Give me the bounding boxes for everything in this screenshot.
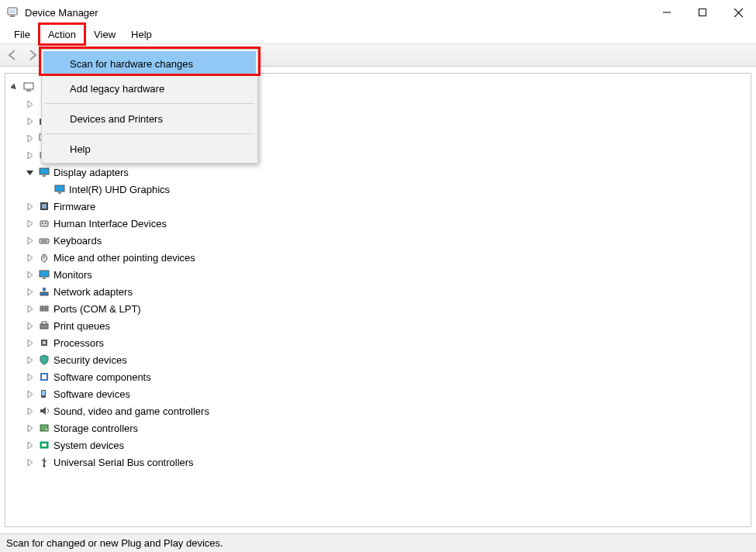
tree-category-firmware[interactable]: Firmware xyxy=(9,198,747,215)
tree-category-sysdev[interactable]: System devices xyxy=(9,436,747,454)
network-icon xyxy=(38,285,50,298)
device-manager-icon xyxy=(6,6,19,19)
status-text: Scan for changed or new Plug and Play de… xyxy=(6,537,223,549)
tree-label: Universal Serial Bus controllers xyxy=(54,457,194,468)
svg-rect-32 xyxy=(43,278,46,279)
tree-category-swdev[interactable]: Software devices xyxy=(9,385,747,402)
collapse-icon[interactable] xyxy=(9,81,19,92)
tree-category-ports[interactable]: Ports (COM & LPT) xyxy=(9,300,747,317)
tree-label: Keyboards xyxy=(54,235,102,247)
svg-point-38 xyxy=(45,308,47,309)
minimize-button[interactable] xyxy=(649,0,685,25)
tree-label: Firmware xyxy=(54,201,95,212)
forward-icon[interactable] xyxy=(23,46,42,64)
display-icon xyxy=(38,166,50,178)
tree-label: Processors xyxy=(54,337,104,349)
tree-label: Security devices xyxy=(54,354,127,366)
svg-point-37 xyxy=(42,308,43,309)
usb-icon xyxy=(38,456,50,468)
tree-category-keyboards[interactable]: Keyboards xyxy=(9,232,747,249)
maximize-button[interactable] xyxy=(685,0,720,25)
tree-category-network[interactable]: Network adapters xyxy=(9,283,747,300)
expand-icon[interactable] xyxy=(24,269,35,280)
expand-icon[interactable] xyxy=(24,150,35,160)
svg-rect-39 xyxy=(40,324,48,329)
menu-file[interactable]: File xyxy=(6,25,38,43)
menu-devices-printers[interactable]: Devices and Printers xyxy=(43,106,256,131)
sound-icon xyxy=(38,405,50,417)
svg-rect-44 xyxy=(42,374,47,379)
svg-rect-50 xyxy=(42,443,47,447)
display-icon xyxy=(54,183,66,195)
collapse-icon[interactable] xyxy=(24,167,35,178)
close-button[interactable] xyxy=(720,0,756,25)
svg-rect-10 xyxy=(26,90,31,91)
tree-category-swcomp[interactable]: Software components xyxy=(9,368,747,385)
tree-device-display_child[interactable]: Intel(R) UHD Graphics xyxy=(9,181,747,198)
printer-icon xyxy=(38,319,50,332)
tree-category-display[interactable]: Display adapters xyxy=(9,164,747,181)
tree-label: Monitors xyxy=(54,269,92,281)
tree-label: System devices xyxy=(54,440,124,451)
tree-label: Mice and other pointing devices xyxy=(54,252,195,264)
menu-help[interactable]: Help xyxy=(123,25,160,43)
svg-rect-34 xyxy=(43,288,46,291)
expand-icon[interactable] xyxy=(24,201,35,212)
svg-point-48 xyxy=(46,429,47,430)
menu-view[interactable]: View xyxy=(86,25,123,43)
expand-icon[interactable] xyxy=(24,286,35,297)
firmware-icon xyxy=(38,200,50,212)
svg-rect-36 xyxy=(40,306,48,311)
expand-icon[interactable] xyxy=(24,405,35,416)
window-title: Device Manager xyxy=(25,7,98,19)
sysdev-icon xyxy=(38,439,50,451)
expand-icon[interactable] xyxy=(24,320,35,331)
expand-icon[interactable] xyxy=(24,337,35,348)
expand-icon[interactable] xyxy=(24,98,35,109)
svg-rect-2 xyxy=(10,16,15,17)
tree-label: Network adapters xyxy=(54,286,133,298)
tree-label: Storage controllers xyxy=(54,423,138,434)
svg-rect-20 xyxy=(58,192,61,194)
svg-rect-46 xyxy=(42,391,45,395)
security-icon xyxy=(38,354,50,366)
tree-category-monitors[interactable]: Monitors xyxy=(9,266,747,283)
tree-category-mice[interactable]: Mice and other pointing devices xyxy=(9,249,747,266)
tree-category-security[interactable]: Security devices xyxy=(9,351,747,368)
expand-icon[interactable] xyxy=(24,303,35,314)
tree-category-storage[interactable]: Storage controllers xyxy=(9,419,747,436)
tree-category-processors[interactable]: Processors xyxy=(9,334,747,351)
expand-icon[interactable] xyxy=(24,440,35,450)
expand-icon[interactable] xyxy=(24,388,35,399)
hid-icon xyxy=(38,217,50,229)
tree-category-hid[interactable]: Human Interface Devices xyxy=(9,215,747,232)
expand-icon[interactable] xyxy=(24,218,35,229)
expand-icon[interactable] xyxy=(24,133,35,143)
expand-icon[interactable] xyxy=(24,457,35,467)
tree-label: Intel(R) UHD Graphics xyxy=(69,184,170,195)
monitor-icon xyxy=(38,268,50,281)
svg-point-25 xyxy=(45,223,47,224)
expand-icon[interactable] xyxy=(24,354,35,365)
tree-category-printq[interactable]: Print queues xyxy=(9,317,747,334)
svg-rect-42 xyxy=(43,341,46,344)
menu-action[interactable]: Action xyxy=(38,22,86,46)
svg-rect-19 xyxy=(55,185,64,191)
tree-category-sound[interactable]: Sound, video and game controllers xyxy=(9,402,747,419)
swcomp-icon xyxy=(38,371,50,383)
tree-label: Print queues xyxy=(54,320,110,332)
menu-help[interactable]: Help xyxy=(43,136,256,161)
expand-icon[interactable] xyxy=(24,371,35,382)
menu-bar: File Action View Help xyxy=(0,25,756,43)
expand-icon[interactable] xyxy=(24,423,35,433)
tree-label: Software components xyxy=(54,371,151,383)
menu-add-legacy[interactable]: Add legacy hardware xyxy=(43,76,256,101)
tree-category-usb[interactable]: Universal Serial Bus controllers xyxy=(9,454,747,471)
expand-icon[interactable] xyxy=(24,235,35,246)
expand-icon[interactable] xyxy=(24,116,35,126)
svg-rect-33 xyxy=(40,292,48,295)
back-icon[interactable] xyxy=(3,46,22,64)
title-bar: Device Manager xyxy=(0,0,756,25)
menu-scan-hardware[interactable]: Scan for hardware changes xyxy=(43,51,256,76)
expand-icon[interactable] xyxy=(24,252,35,263)
